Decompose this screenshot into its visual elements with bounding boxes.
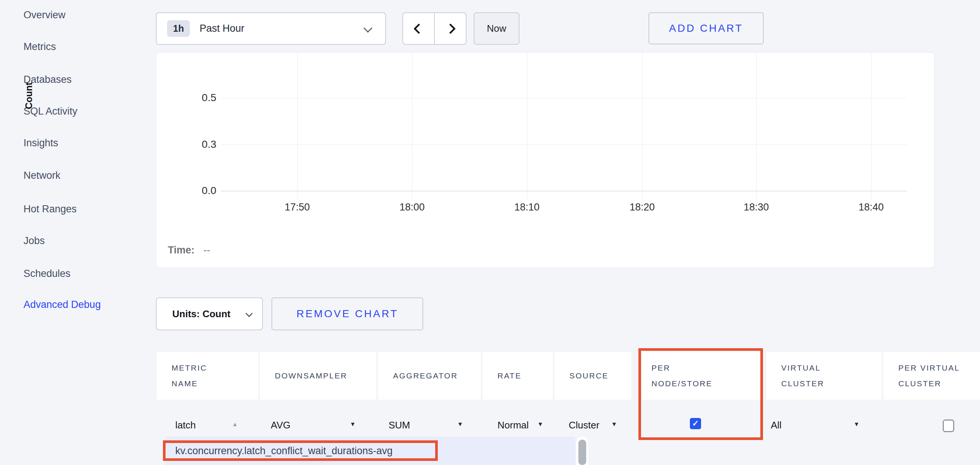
sidebar-item-metrics[interactable]: Metrics xyxy=(24,41,56,53)
x-tick-label: 18:20 xyxy=(616,201,668,213)
chart-gridline-vertical xyxy=(642,53,643,199)
advanced-debug-custom-chart-page: Overview Metrics Databases SQL Activity … xyxy=(0,0,980,465)
column-header-rate: RATE xyxy=(482,352,553,400)
x-tick-label: 18:30 xyxy=(730,201,782,213)
per-virtual-cluster-checkbox[interactable] xyxy=(943,419,954,432)
units-label: Units: Count xyxy=(172,308,231,320)
caret-down-icon[interactable]: ▼ xyxy=(854,421,859,428)
per-node-store-checkbox[interactable]: ✓ xyxy=(690,418,701,429)
column-header-source: SOURCE xyxy=(555,352,632,400)
next-time-button[interactable] xyxy=(435,13,466,44)
chart-y-axis-title: Count xyxy=(24,72,34,120)
y-tick-label: 0.3 xyxy=(179,138,216,151)
sidebar-item-advanced-debug[interactable]: Advanced Debug xyxy=(24,299,101,310)
x-tick-label: 18:10 xyxy=(501,201,553,213)
chevron-right-icon xyxy=(445,23,455,34)
header-label: PER VIRTUAL CLUSTER xyxy=(898,360,969,391)
y-tick-label: 0.5 xyxy=(179,91,216,104)
header-label: RATE xyxy=(498,368,521,384)
time-window-nav xyxy=(402,12,466,45)
chart-gridline-vertical xyxy=(871,53,872,199)
x-tick-label: 18:00 xyxy=(386,201,438,213)
time-range-label: Past Hour xyxy=(199,23,244,34)
x-tick-label: 17:50 xyxy=(271,201,323,213)
time-range-selector[interactable]: 1h Past Hour xyxy=(156,12,386,45)
sidebar-item-jobs[interactable]: Jobs xyxy=(24,235,45,247)
sidebar-item-network[interactable]: Network xyxy=(24,170,60,181)
caret-up-icon[interactable]: ▲ xyxy=(232,421,238,428)
units-selector[interactable]: Units: Count xyxy=(156,297,263,330)
dropdown-scrollbar-thumb[interactable] xyxy=(578,439,586,465)
time-range-badge: 1h xyxy=(167,20,190,37)
column-header-virtual-cluster: VIRTUAL CLUSTER xyxy=(766,352,881,400)
chevron-down-icon xyxy=(245,310,253,317)
downsampler-select[interactable]: AVG xyxy=(271,419,291,431)
caret-down-icon[interactable]: ▼ xyxy=(457,421,463,428)
virtual-cluster-select[interactable]: All xyxy=(771,419,782,431)
remove-chart-button[interactable]: REMOVE CHART xyxy=(272,297,423,330)
prev-time-button[interactable] xyxy=(403,13,435,44)
check-icon: ✓ xyxy=(692,419,699,428)
caret-down-icon[interactable]: ▼ xyxy=(537,421,543,428)
rate-select[interactable]: Normal xyxy=(498,419,529,431)
now-button[interactable]: Now xyxy=(474,12,519,45)
header-label: SOURCE xyxy=(570,368,609,384)
caret-down-icon[interactable]: ▼ xyxy=(611,421,617,428)
time-value: -- xyxy=(204,244,210,256)
metric-name-input[interactable]: latch xyxy=(175,419,196,431)
chart-gridline-vertical xyxy=(527,53,527,199)
sidebar-item-insights[interactable]: Insights xyxy=(24,137,58,149)
time-label: Time: xyxy=(168,244,195,256)
column-header-aggregator: AGGREGATOR xyxy=(378,352,480,400)
column-header-per-node-store: PER NODE/STORE xyxy=(642,352,761,400)
chevron-left-icon xyxy=(413,23,424,34)
column-header-metric-name: METRIC NAME xyxy=(157,352,258,400)
aggregator-select[interactable]: SUM xyxy=(388,419,410,431)
header-label: DOWNSAMPLER xyxy=(275,368,347,384)
chart-gridline-vertical xyxy=(297,53,298,199)
chart-hover-time: Time:-- xyxy=(168,244,210,256)
header-label: AGGREGATOR xyxy=(393,368,458,384)
source-select[interactable]: Cluster xyxy=(569,419,599,431)
column-header-downsampler: DOWNSAMPLER xyxy=(260,352,376,400)
header-label: METRIC NAME xyxy=(172,360,220,391)
header-label: PER NODE/STORE xyxy=(651,360,724,391)
chart-gridline-horizontal xyxy=(221,98,907,98)
y-tick-label: 0.0 xyxy=(179,184,216,197)
header-label: VIRTUAL CLUSTER xyxy=(781,360,835,391)
chart-gridline-vertical xyxy=(412,53,412,199)
custom-chart-card[interactable] xyxy=(156,52,934,268)
caret-down-icon[interactable]: ▼ xyxy=(350,421,356,428)
metric-suggestion-item[interactable]: kv.concurrency.latch_conflict_wait_durat… xyxy=(175,445,393,457)
chart-gridline-horizontal xyxy=(221,144,907,145)
column-header-per-virtual-cluster: PER VIRTUAL CLUSTER xyxy=(883,352,980,400)
x-tick-label: 18:40 xyxy=(845,201,897,213)
add-chart-button[interactable]: ADD CHART xyxy=(649,12,764,45)
chart-x-axis-line xyxy=(221,191,907,192)
chart-gridline-vertical xyxy=(756,53,757,199)
sidebar-item-schedules[interactable]: Schedules xyxy=(24,268,70,280)
sidebar-item-overview[interactable]: Overview xyxy=(24,9,66,21)
sidebar-item-hot-ranges[interactable]: Hot Ranges xyxy=(24,203,77,215)
chevron-down-icon xyxy=(363,24,372,32)
